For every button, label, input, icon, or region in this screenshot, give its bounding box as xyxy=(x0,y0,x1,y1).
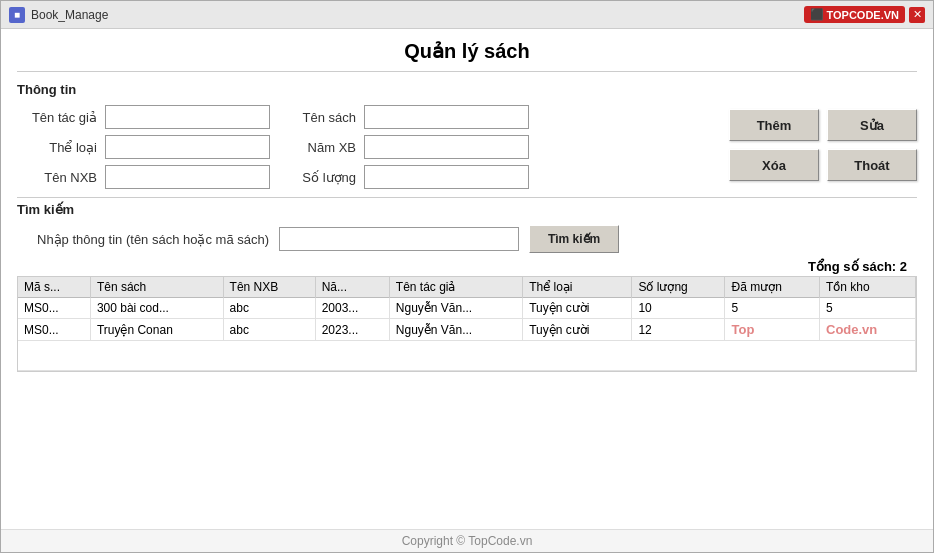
ten-sach-row: Tên sách xyxy=(286,105,529,129)
logo-text: TOPCODE.VN xyxy=(826,9,899,21)
watermark-top: Top xyxy=(731,322,754,337)
cell-nam: 2003... xyxy=(315,298,389,319)
main-window: ■ Book_Manage ⬛ TOPCODE.VN ✕ Quản lý sác… xyxy=(0,0,934,553)
footer: Copyright © TopCode.vn xyxy=(1,529,933,552)
them-button[interactable]: Thêm xyxy=(729,109,819,141)
nam-xb-row: Năm XB xyxy=(286,135,529,159)
so-luong-label: Số lượng xyxy=(286,170,356,185)
col-the-loai: Thể loại xyxy=(523,277,632,298)
cell-ten-sach: 300 bài cod... xyxy=(90,298,223,319)
ten-nxb-input[interactable] xyxy=(105,165,270,189)
tim-kiem-label: Tìm kiếm xyxy=(17,202,917,217)
cell-so-luong: 10 xyxy=(632,298,725,319)
ten-tac-gia-label: Tên tác giả xyxy=(17,110,97,125)
thong-tin-label: Thông tin xyxy=(17,82,917,97)
total-row: Tổng số sách: 2 xyxy=(17,259,917,274)
content-area: Quản lý sách Thông tin Tên tác giả Thể l… xyxy=(1,29,933,529)
cell-ten-nxb: abc xyxy=(223,319,315,341)
col-ten-tac-gia: Tên tác giả xyxy=(389,277,522,298)
sua-button[interactable]: Sửa xyxy=(827,109,917,141)
col-da-muon: Đã mượn xyxy=(725,277,820,298)
cell-ten-tac-gia: Nguyễn Văn... xyxy=(389,298,522,319)
col-so-luong: Số lượng xyxy=(632,277,725,298)
cell-the-loai: Tuyện cười xyxy=(523,298,632,319)
ten-sach-input[interactable] xyxy=(364,105,529,129)
the-loai-input[interactable] xyxy=(105,135,270,159)
col-ten-sach: Tên sách xyxy=(90,277,223,298)
ten-tac-gia-row: Tên tác giả xyxy=(17,105,270,129)
topcode-logo: ⬛ TOPCODE.VN xyxy=(804,6,905,23)
cell-the-loai: Tuyện cười xyxy=(523,319,632,341)
divider-1 xyxy=(17,197,917,198)
close-button[interactable]: ✕ xyxy=(909,7,925,23)
right-form-area: Tên sách Năm XB Số lượng xyxy=(286,105,529,189)
total-label: Tổng số sách: 2 xyxy=(808,259,907,274)
cell-ton-kho: Code.vn xyxy=(820,319,916,341)
title-bar: ■ Book_Manage ⬛ TOPCODE.VN ✕ xyxy=(1,1,933,29)
left-form-area: Tên tác giả Thể loại Tên NXB xyxy=(17,105,270,189)
watermark-code: Code.vn xyxy=(826,322,877,337)
search-hint-label: Nhập thông tin (tên sách hoặc mã sách) xyxy=(37,232,269,247)
cell-ten-nxb: abc xyxy=(223,298,315,319)
header-row: Mã s... Tên sách Tên NXB Nă... Tên tác g… xyxy=(18,277,916,298)
empty-row xyxy=(18,341,916,371)
cell-da-muon: 5 xyxy=(725,298,820,319)
search-button[interactable]: Tìm kiếm xyxy=(529,225,619,253)
ten-nxb-row: Tên NXB xyxy=(17,165,270,189)
data-table-container: Mã s... Tên sách Tên NXB Nă... Tên tác g… xyxy=(17,276,917,372)
xoa-button[interactable]: Xóa xyxy=(729,149,819,181)
the-loai-label: Thể loại xyxy=(17,140,97,155)
ten-nxb-label: Tên NXB xyxy=(17,170,97,185)
title-bar-left: ■ Book_Manage xyxy=(9,7,108,23)
table-row[interactable]: MS0... 300 bài cod... abc 2003... Nguyễn… xyxy=(18,298,916,319)
btn-row-2: Xóa Thoát xyxy=(729,149,917,181)
so-luong-input[interactable] xyxy=(364,165,529,189)
ten-tac-gia-input[interactable] xyxy=(105,105,270,129)
table-row[interactable]: MS0... Truyện Conan abc 2023... Nguyễn V… xyxy=(18,319,916,341)
nam-xb-input[interactable] xyxy=(364,135,529,159)
cell-ten-tac-gia: Nguyễn Văn... xyxy=(389,319,522,341)
title-bar-right: ⬛ TOPCODE.VN ✕ xyxy=(804,6,925,23)
nam-xb-label: Năm XB xyxy=(286,140,356,155)
app-icon: ■ xyxy=(9,7,25,23)
col-ton-kho: Tồn kho xyxy=(820,277,916,298)
copyright-text: Copyright © TopCode.vn xyxy=(402,534,533,548)
cell-nam: 2023... xyxy=(315,319,389,341)
window-title: Book_Manage xyxy=(31,8,108,22)
cell-so-luong: 12 xyxy=(632,319,725,341)
thong-tin-section: Thông tin Tên tác giả Thể loại xyxy=(17,82,917,189)
col-ma-sach: Mã s... xyxy=(18,277,90,298)
tim-kiem-section: Tìm kiếm Nhập thông tin (tên sách hoặc m… xyxy=(17,202,917,253)
search-row: Nhập thông tin (tên sách hoặc mã sách) T… xyxy=(17,225,917,253)
search-input[interactable] xyxy=(279,227,519,251)
cell-da-muon: Top xyxy=(725,319,820,341)
col-nam: Nă... xyxy=(315,277,389,298)
btn-row-1: Thêm Sửa xyxy=(729,109,917,141)
cell-ma-sach: MS0... xyxy=(18,319,90,341)
table-body: MS0... 300 bài cod... abc 2003... Nguyễn… xyxy=(18,298,916,371)
ten-sach-label: Tên sách xyxy=(286,110,356,125)
action-buttons: Thêm Sửa Xóa Thoát xyxy=(729,105,917,181)
cell-ten-sach: Truyện Conan xyxy=(90,319,223,341)
page-title: Quản lý sách xyxy=(17,39,917,72)
cell-ma-sach: MS0... xyxy=(18,298,90,319)
so-luong-row: Số lượng xyxy=(286,165,529,189)
table-header: Mã s... Tên sách Tên NXB Nă... Tên tác g… xyxy=(18,277,916,298)
books-table: Mã s... Tên sách Tên NXB Nă... Tên tác g… xyxy=(18,277,916,371)
thoat-button[interactable]: Thoát xyxy=(827,149,917,181)
col-ten-nxb: Tên NXB xyxy=(223,277,315,298)
the-loai-row: Thể loại xyxy=(17,135,270,159)
cell-ton-kho: 5 xyxy=(820,298,916,319)
